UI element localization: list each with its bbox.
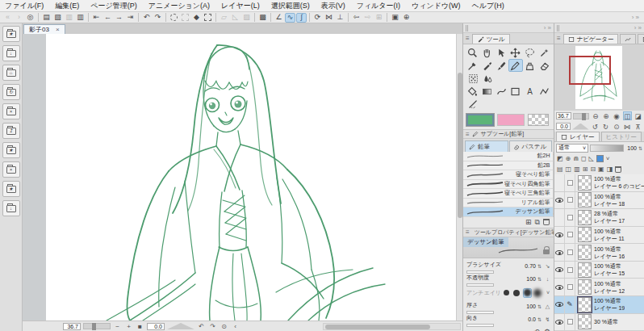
panel-menu-icon[interactable]: ≡ bbox=[557, 35, 561, 42]
layer-thumbnail[interactable] bbox=[578, 297, 592, 312]
layer-thumbnail[interactable] bbox=[578, 227, 592, 242]
add-brush-icon[interactable]: ⊞ bbox=[525, 218, 532, 226]
layer-thumbnail[interactable] bbox=[578, 192, 592, 207]
duplicate-brush-icon[interactable]: ⧉ bbox=[535, 218, 540, 227]
tool-gradient[interactable] bbox=[480, 85, 495, 98]
layer-row[interactable]: 100 %通常レイヤー 18 bbox=[554, 192, 644, 210]
transparent-color-swatch[interactable] bbox=[528, 114, 549, 126]
panel-drag-strip[interactable]: › » bbox=[554, 23, 644, 33]
canvas-area[interactable] bbox=[23, 34, 462, 321]
layer-row[interactable]: 100 %通常レイヤー 11 bbox=[554, 227, 644, 245]
menu-layer[interactable]: レイヤー(L) bbox=[221, 1, 260, 11]
triangle-setting-icon[interactable]: △ bbox=[543, 302, 552, 311]
tab-subview[interactable] bbox=[620, 34, 636, 44]
property-slider[interactable] bbox=[466, 270, 494, 274]
undo-icon[interactable]: ↶ bbox=[141, 13, 152, 23]
layer-thumbnail[interactable] bbox=[578, 279, 592, 295]
tool-decoration[interactable] bbox=[466, 72, 480, 85]
next-page-icon[interactable]: → bbox=[114, 13, 124, 23]
background-color-swatch[interactable] bbox=[497, 114, 525, 126]
spinner-icon[interactable]: ⇅ bbox=[638, 145, 642, 151]
menu-window[interactable]: ウィンドウ(W) bbox=[412, 1, 461, 11]
zoom-slider[interactable] bbox=[83, 323, 111, 329]
panel-drag-strip[interactable]: › » bbox=[463, 23, 554, 33]
navigator-rotation-value[interactable]: 0.0 bbox=[556, 123, 571, 130]
visibility-cell[interactable] bbox=[554, 279, 565, 295]
import-icon[interactable]: ⇦ bbox=[351, 13, 362, 23]
selection-border-icon[interactable] bbox=[203, 13, 213, 23]
tab-layer[interactable]: レイヤー bbox=[556, 132, 600, 141]
visibility-cell[interactable] bbox=[554, 227, 565, 244]
tool-blend[interactable] bbox=[480, 72, 495, 85]
navigator-zoom-value[interactable]: 36.7 bbox=[556, 112, 571, 119]
document-tab[interactable]: 影子03 × bbox=[23, 24, 65, 34]
tool-ink[interactable] bbox=[523, 59, 537, 72]
layer-color-icon[interactable] bbox=[596, 155, 604, 162]
spinner-icon[interactable]: ⇅ bbox=[537, 304, 542, 309]
collapse-icons[interactable]: › » bbox=[632, 24, 644, 31]
layer-row[interactable]: 100 %通常レイヤー 16 bbox=[554, 244, 644, 262]
fit-window-icon[interactable]: ◉ bbox=[612, 111, 621, 120]
tool-zoom[interactable] bbox=[466, 46, 480, 59]
actual-pixels-icon[interactable]: ◫ bbox=[623, 111, 632, 120]
dock-folder-star-icon[interactable]: ★ bbox=[2, 26, 20, 42]
flip-vertical-icon[interactable]: ⊼ bbox=[634, 122, 642, 131]
chevron-down-icon[interactable]: ˅ bbox=[544, 288, 552, 297]
reselect-icon[interactable] bbox=[180, 13, 190, 23]
layer-row-selected[interactable]: ✎ 100 %通常レイヤー 19 bbox=[554, 296, 644, 314]
snap-ruler-icon[interactable]: ∠ bbox=[274, 13, 284, 23]
layer-opacity-value[interactable]: 100 bbox=[625, 145, 637, 151]
tool-ruler[interactable] bbox=[466, 98, 480, 111]
eye-icon[interactable] bbox=[555, 285, 563, 290]
antialias-strong-option[interactable] bbox=[533, 288, 542, 298]
tool-selection[interactable] bbox=[523, 46, 537, 59]
panel-menu-icon[interactable]: ≡ bbox=[466, 131, 470, 138]
print-icon[interactable]: ▥ bbox=[64, 13, 74, 23]
open-icon[interactable]: ▧ bbox=[52, 13, 63, 23]
dock-folder-close-icon[interactable]: × bbox=[2, 103, 20, 119]
reset-rotation-icon[interactable]: ⊙ bbox=[612, 122, 621, 131]
scroll-thumb[interactable] bbox=[325, 325, 430, 329]
zoom-out-icon[interactable]: ⊖ bbox=[591, 111, 600, 120]
tool-auto-select[interactable] bbox=[537, 46, 551, 59]
redo-icon[interactable]: ↷ bbox=[153, 13, 163, 23]
source-setting-icon[interactable]: ↘ bbox=[543, 262, 552, 270]
brush-item-selected[interactable]: デッサン鉛筆 bbox=[463, 207, 553, 217]
tool-text[interactable]: A bbox=[523, 85, 537, 98]
tool-hand[interactable] bbox=[480, 46, 495, 59]
spinner-icon[interactable]: ⇅ bbox=[537, 316, 542, 322]
brush-item[interactable]: 寝そべり四角鉛筆 bbox=[463, 180, 553, 190]
restore-default-icon[interactable]: ⟲ bbox=[533, 328, 540, 331]
foreground-color-swatch[interactable] bbox=[466, 114, 494, 126]
delete-layer-icon[interactable] bbox=[615, 166, 621, 173]
property-slider[interactable] bbox=[466, 283, 494, 287]
deselect-icon[interactable] bbox=[169, 13, 179, 23]
brush-item[interactable]: 寝そべり三角鉛筆 bbox=[463, 189, 553, 199]
panel-menu-icon[interactable]: ≡ bbox=[466, 35, 470, 42]
zoom-in-icon[interactable]: + bbox=[124, 322, 133, 331]
menu-file[interactable]: ファイル(F) bbox=[5, 1, 44, 11]
menu-edit[interactable]: 編集(E) bbox=[55, 1, 79, 11]
brush-item[interactable]: 鉛2B bbox=[463, 161, 553, 171]
back-view-icon[interactable]: ‹ bbox=[231, 322, 240, 331]
workspace-icon[interactable]: ◎ bbox=[25, 13, 36, 23]
tool-operate[interactable] bbox=[494, 46, 508, 59]
tone-icon[interactable]: ▩ bbox=[257, 13, 268, 23]
panel-collapse-icons[interactable]: › » bbox=[629, 14, 642, 21]
eye-icon[interactable] bbox=[555, 198, 563, 203]
rotate-right-icon[interactable]: ↷ bbox=[208, 322, 217, 331]
checkbox-cell[interactable] bbox=[565, 209, 575, 226]
dock-folder-star3-icon[interactable]: ★ bbox=[2, 181, 20, 197]
layer-thumbnail[interactable] bbox=[578, 314, 592, 329]
brush-item[interactable]: リアル鉛筆 bbox=[463, 199, 553, 208]
navigator-view-frame[interactable] bbox=[569, 56, 611, 85]
brush-item[interactable]: 鉛2H bbox=[463, 152, 553, 161]
blend-mode-select[interactable]: 通常 ˅ bbox=[556, 144, 588, 153]
rotate-left-icon[interactable]: ↶ bbox=[197, 322, 206, 331]
visibility-cell[interactable] bbox=[554, 244, 565, 261]
scroll-thumb[interactable] bbox=[458, 73, 462, 218]
property-slider[interactable] bbox=[466, 324, 494, 327]
rotate-left-icon[interactable]: ↺ bbox=[591, 122, 600, 131]
dock-folder-download2-icon[interactable]: ↓ bbox=[2, 200, 20, 216]
tool-frame[interactable] bbox=[508, 85, 523, 98]
